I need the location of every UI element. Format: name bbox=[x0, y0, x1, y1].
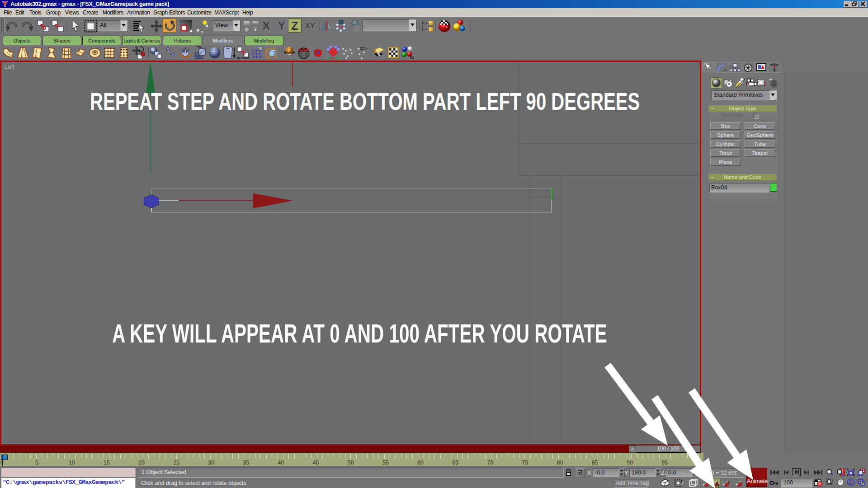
svg-text:%: % bbox=[726, 480, 730, 484]
svg-text:F: F bbox=[740, 480, 742, 484]
svg-text:XFORM: XFORM bbox=[237, 56, 249, 60]
svg-text:ID: ID bbox=[410, 56, 415, 60]
svg-text:3: 3 bbox=[706, 479, 708, 483]
